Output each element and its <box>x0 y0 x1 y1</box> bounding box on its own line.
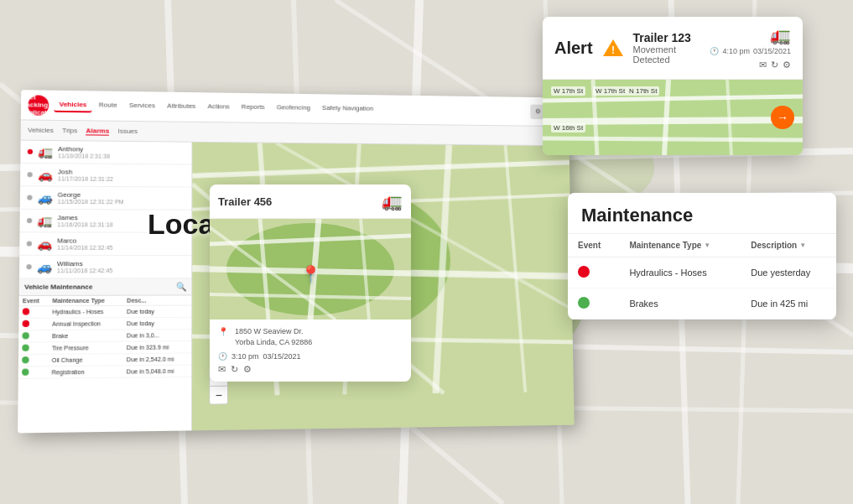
maint-type-5: Oil Change <box>49 354 123 366</box>
location-card: Trailer 456 🚛 📍 📍 1850 W Seaview Dr. Yor… <box>210 184 411 382</box>
maint-desc-5: Due in 2,542.0 mi <box>123 353 191 366</box>
mini-map-pin: 📍 <box>300 264 321 284</box>
maint-card-desc-2: Due in 425 mi <box>741 288 836 320</box>
maint-row-2[interactable]: Annual Inspection Due today <box>18 317 191 330</box>
sub-tab-alarms[interactable]: Alarms <box>86 127 109 135</box>
location-time: 3:10 pm <box>231 352 259 361</box>
maint-card-type-1: Hydraulics - Hoses <box>619 257 741 288</box>
location-card-body: 📍 1850 W Seaview Dr. Yorba Linda, CA 928… <box>210 320 411 382</box>
type-sort-icon[interactable]: ▼ <box>704 242 710 249</box>
nav-tab-route[interactable]: Route <box>94 98 122 112</box>
truck-alert-icon: 🚛 <box>770 25 791 45</box>
street-label-3: W 16th St <box>551 123 585 132</box>
nav-tab-geofencing[interactable]: Geofencing <box>272 101 315 115</box>
maintenance-card-row-1[interactable]: Hydraulics - Hoses Due yesterday <box>568 257 836 288</box>
maint-desc-3: Due in 3,0... <box>123 329 191 341</box>
maint-desc-6: Due in 5,048.0 mi <box>123 365 191 377</box>
maint-desc-2: Due today <box>123 317 191 330</box>
maint-type-3: Brake <box>49 330 123 342</box>
svg-line-41 <box>543 120 803 122</box>
alert-message-icon[interactable]: ✉ <box>759 60 767 70</box>
alert-info: Trailer 123 Movement Detected <box>633 31 702 65</box>
warning-triangle: ! <box>601 38 625 58</box>
vehicle-icon-1: 🚛 <box>38 145 53 158</box>
col-desc: Desc... <box>123 295 191 305</box>
location-address-1: 1850 W Seaview Dr. <box>235 326 312 337</box>
event-dot-4 <box>22 345 29 351</box>
location-trailer-name: Trailer 456 <box>218 195 272 208</box>
truck-icon: 🚛 <box>382 191 403 211</box>
maint-col-event: Event <box>568 234 619 257</box>
location-address-2: Yorba Linda, CA 92886 <box>235 337 312 348</box>
nav-tab-services[interactable]: Services <box>124 99 160 114</box>
sub-tab-trips[interactable]: Trips <box>62 127 77 134</box>
alert-navigate-button[interactable]: → <box>771 106 794 129</box>
alert-header: Alert ! Trailer 123 Movement Detected 🚛 … <box>543 17 803 80</box>
maintenance-section-header: Vehicle Maintenance 🔍 <box>19 278 191 296</box>
maint-card-event-2 <box>568 288 619 320</box>
event-dot-2 <box>23 320 29 327</box>
sidebar-vehicle-3[interactable]: 🚙 George 11/15/2018 12:31:22 PM <box>20 186 192 210</box>
alert-time-info: 🕐 4:10 pm 03/15/2021 <box>710 47 791 55</box>
maint-row-1[interactable]: Hydraulics - Hoses Due today <box>18 305 191 318</box>
alert-refresh-icon[interactable]: ↻ <box>771 60 778 70</box>
maint-card-event-1 <box>568 257 619 288</box>
maint-type-6: Registration <box>48 366 122 378</box>
alert-title: Alert <box>554 39 593 58</box>
search-icon[interactable]: 🔍 <box>176 282 186 291</box>
event-dot-6 <box>22 369 29 376</box>
svg-line-42 <box>543 138 803 140</box>
maintenance-label: Vehicle Maintenance <box>24 283 92 290</box>
maintenance-card: Maintenance Event Maintenance Type ▼ Des… <box>568 193 836 320</box>
vehicle-icon-5: 🚗 <box>37 236 52 250</box>
nav-tab-attributes[interactable]: Attributes <box>162 100 200 114</box>
maint-card-desc-1: Due yesterday <box>741 257 836 288</box>
sub-tab-issues[interactable]: Issues <box>118 127 138 135</box>
vehicle-time-5: 11/14/2018 12:32:45 <box>57 245 185 251</box>
vehicle-icon-3: 🚙 <box>38 191 53 205</box>
refresh-icon[interactable]: ↻ <box>231 364 238 375</box>
nav-tab-safety[interactable]: Safety Navigation <box>317 101 378 117</box>
alert-meta: 🚛 🕐 4:10 pm 03/15/2021 ✉ ↻ ⚙ <box>710 25 791 70</box>
location-time-info: 🕐 3:10 pm 03/15/2021 <box>218 352 403 361</box>
maintenance-card-title: Maintenance <box>581 205 823 226</box>
maint-row-3[interactable]: Brake Due in 3,0... <box>18 329 191 342</box>
alert-trailer: Trailer 123 <box>633 31 702 44</box>
status-dot-6 <box>26 264 31 269</box>
location-address-info: 📍 1850 W Seaview Dr. Yorba Linda, CA 928… <box>218 326 403 347</box>
zoom-out-button[interactable]: − <box>211 387 227 404</box>
warning-icon: ! <box>601 38 625 58</box>
desc-sort-icon[interactable]: ▼ <box>799 242 806 249</box>
vehicle-icon-6: 🚙 <box>37 260 52 273</box>
svg-text:!: ! <box>611 44 615 56</box>
settings-card-icon[interactable]: ⚙ <box>243 364 252 375</box>
logo-text: Fleet Tracking Application <box>19 93 57 117</box>
message-icon[interactable]: ✉ <box>218 364 226 375</box>
maintenance-card-row-2[interactable]: Brakes Due in 425 mi <box>568 288 836 320</box>
street-label-1: W 17th St <box>551 86 585 96</box>
maintenance-table-header: Event Maintenance Type ▼ Description ▼ <box>568 234 836 257</box>
maint-card-dot-2 <box>578 297 590 309</box>
vehicle-time-3: 11/15/2018 12:31:22 PM <box>58 199 185 205</box>
sub-tab-vehicles[interactable]: Vehicles <box>28 127 54 134</box>
sidebar-vehicle-6[interactable]: 🚙 Williams 11/11/2018 12:42:45 <box>19 256 191 279</box>
alert-settings-icon[interactable]: ⚙ <box>783 60 791 70</box>
nav-tab-vehicles[interactable]: Vehicles <box>54 98 91 113</box>
alert-actions: ✉ ↻ ⚙ <box>759 60 791 70</box>
event-dot-1 <box>23 308 29 314</box>
nav-tab-reports[interactable]: Reports <box>237 101 270 115</box>
col-event: Event <box>19 296 49 306</box>
maint-row-6[interactable]: Registration Due in 5,048.0 mi <box>18 365 191 378</box>
location-date: 03/15/2021 <box>263 352 301 361</box>
sidebar-vehicle-1[interactable]: 🚛 Anthony 11/10/2018 2:31:38 <box>20 141 191 165</box>
status-dot-3 <box>27 195 32 200</box>
maintenance-card-table: Event Maintenance Type ▼ Description ▼ <box>568 234 836 320</box>
location-mini-map: 📍 <box>210 219 411 320</box>
sidebar-vehicle-2[interactable]: 🚗 Josh 11/17/2018 12:31:22 <box>20 164 191 188</box>
nav-tabs: Vehicles Route Services Attributes Actio… <box>54 98 526 118</box>
nav-tab-actions[interactable]: Actions <box>202 100 234 114</box>
maint-card-dot-1 <box>578 266 590 278</box>
col-type: Maintenance Type <box>49 296 123 306</box>
alert-event: Movement Detected <box>633 44 702 65</box>
alert-map: W 17th St N 17th St W 16th St W 17th St … <box>543 80 803 155</box>
